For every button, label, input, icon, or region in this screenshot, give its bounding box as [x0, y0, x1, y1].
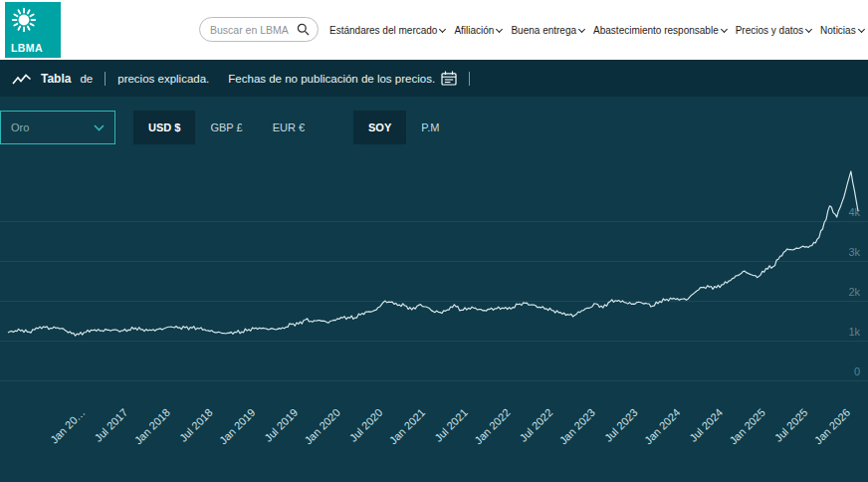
divider	[105, 72, 106, 86]
svg-text:Jan 2019: Jan 2019	[217, 406, 257, 446]
nav-item-estandares[interactable]: Estándares del mercado	[329, 25, 445, 36]
lbma-page: LBMA Estándares del mercado Afiliación B…	[0, 0, 868, 482]
nav-label: Abastecimiento responsable	[593, 25, 719, 36]
chevron-down-icon	[721, 25, 728, 32]
subnav-tab-tabla[interactable]: Tabla	[41, 72, 71, 86]
currency-toggle-group: USD $ GBP £ EUR €	[133, 111, 320, 144]
svg-text:Jan 2021: Jan 2021	[387, 406, 427, 446]
chevron-down-icon	[439, 25, 446, 32]
search-icon[interactable]	[297, 23, 310, 36]
svg-text:3k: 3k	[848, 246, 860, 258]
svg-text:Jan 2025: Jan 2025	[727, 406, 766, 446]
fix-pm-button[interactable]: P.M	[406, 111, 454, 144]
svg-text:Jul 2021: Jul 2021	[432, 406, 470, 444]
svg-text:Jul 2019: Jul 2019	[262, 406, 300, 444]
nav-label: Estándares del mercado	[329, 25, 437, 36]
svg-text:Jan 2024: Jan 2024	[642, 406, 682, 446]
subnav: Tabla de precios explicada. Fechas de no…	[0, 60, 868, 97]
svg-text:Jan 2026: Jan 2026	[812, 406, 852, 446]
svg-text:Jul 2022: Jul 2022	[518, 406, 555, 444]
chevron-down-icon	[805, 25, 812, 32]
chevron-down-icon	[496, 25, 503, 32]
svg-text:2k: 2k	[848, 286, 860, 298]
currency-usd-button[interactable]: USD $	[133, 111, 195, 144]
subnav-link-precios-explicada[interactable]: precios explicada.	[117, 73, 209, 85]
search-input[interactable]	[208, 23, 297, 37]
chevron-down-icon	[858, 25, 865, 32]
nav-item-precios-datos[interactable]: Precios y datos	[736, 25, 811, 36]
svg-text:Jul 2017: Jul 2017	[93, 406, 130, 444]
svg-text:Jan 20…: Jan 20…	[48, 406, 88, 446]
svg-text:Jul 2025: Jul 2025	[772, 406, 810, 444]
currency-gbp-button[interactable]: GBP £	[195, 111, 257, 144]
subnav-link-label: precios explicada.	[117, 73, 209, 85]
subnav-link-fechas-no-publicacion[interactable]: Fechas de no publicación de los precios.	[228, 71, 457, 86]
fix-toggle-group: SOY P.M	[353, 111, 454, 144]
svg-text:Jul 2023: Jul 2023	[602, 406, 640, 444]
svg-text:Jul 2018: Jul 2018	[177, 406, 215, 444]
calendar-icon	[441, 71, 457, 86]
chart-controls: Oro USD $ GBP £ EUR € SOY P.M	[0, 110, 868, 145]
main-nav: Estándares del mercado Afiliación Buena …	[329, 0, 868, 60]
svg-text:Jul 2024: Jul 2024	[687, 406, 725, 444]
nav-label: Buena entrega	[511, 25, 576, 36]
metal-select-value: Oro	[11, 121, 29, 133]
search-box[interactable]	[199, 17, 319, 42]
subnav-link-label: Fechas de no publicación de los precios.	[228, 73, 435, 85]
svg-text:4k: 4k	[848, 206, 860, 218]
chevron-down-icon	[94, 124, 105, 131]
subnav-tab-de[interactable]: de	[80, 73, 93, 85]
nav-label: Noticias	[820, 25, 856, 36]
nav-item-noticias[interactable]: Noticias	[820, 25, 864, 36]
nav-item-afiliacion[interactable]: Afiliación	[454, 25, 502, 36]
nav-label: Afiliación	[454, 25, 494, 36]
sun-icon	[11, 7, 37, 33]
metal-select[interactable]: Oro	[0, 111, 115, 144]
svg-text:Jan 2023: Jan 2023	[557, 406, 597, 446]
fix-am-button[interactable]: SOY	[353, 111, 406, 144]
svg-text:Jan 2022: Jan 2022	[472, 406, 512, 446]
chevron-down-icon	[578, 25, 585, 32]
divider	[469, 72, 470, 86]
line-chart-icon	[12, 72, 32, 86]
price-chart[interactable]: 01k2k3k4kJan 20…Jul 2017Jan 2018Jul 2018…	[0, 151, 868, 482]
nav-label: Precios y datos	[736, 25, 803, 36]
logo-text: LBMA	[11, 42, 43, 54]
currency-eur-button[interactable]: EUR €	[258, 111, 320, 144]
nav-item-buena-entrega[interactable]: Buena entrega	[511, 25, 584, 36]
lbma-logo[interactable]: LBMA	[5, 2, 61, 58]
header: LBMA Estándares del mercado Afiliación B…	[0, 0, 868, 60]
svg-text:Jan 2020: Jan 2020	[302, 406, 341, 446]
svg-text:Jul 2020: Jul 2020	[347, 406, 385, 444]
svg-text:1k: 1k	[848, 326, 860, 338]
svg-text:Jan 2018: Jan 2018	[132, 406, 172, 446]
nav-item-abastecimiento[interactable]: Abastecimiento responsable	[593, 25, 727, 36]
svg-text:0: 0	[854, 365, 860, 377]
